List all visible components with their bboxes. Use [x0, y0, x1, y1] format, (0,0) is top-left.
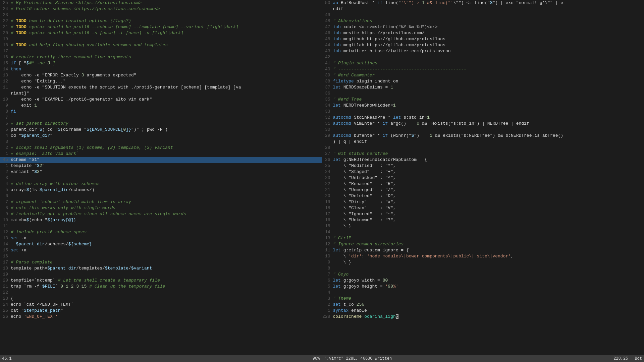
- line-content: let NERDSpaceDelims = 1: [333, 84, 644, 90]
- code-line: 10 echo -e "EXAMPLE ./prot16-generator a…: [0, 97, 322, 103]
- line-content: template="$2": [11, 163, 322, 169]
- line-number: 13: [322, 235, 333, 241]
- line-content: let g:goyo_height = '90%': [333, 284, 644, 290]
- left-status-position: 45,1: [2, 356, 313, 361]
- code-line: 6: [0, 193, 322, 199]
- code-line: riant]": [0, 90, 322, 97]
- line-content: \ "Modified" : "*",: [333, 163, 644, 169]
- line-number: 3: [0, 175, 11, 181]
- code-line: 12 echo "Exiting...": [0, 78, 322, 84]
- code-line: 3: [0, 175, 322, 181]
- line-content: variant="$3": [11, 169, 322, 175]
- line-number: 19: [322, 199, 333, 205]
- line-number: 19: [0, 272, 11, 278]
- line-content: tempfile=`mktemp` # Let the shell create…: [11, 278, 322, 284]
- left-pane: 25# By Protesilaos Stavrou <https://prot…: [0, 0, 322, 362]
- code-line: 14. $parent_dir/schemes/${scheme}: [0, 241, 322, 247]
- code-line: 20# TODO syntax should be prot16 -s [nam…: [0, 30, 322, 36]
- code-line: 5parent_dir=$( cd "$(dirname "${BASH_SOU…: [0, 127, 322, 133]
- line-number: 8: [322, 265, 333, 272]
- line-content: " --------------------------------------…: [333, 66, 644, 72]
- line-content: set +a: [11, 247, 322, 253]
- code-line: 14: [322, 229, 644, 235]
- line-number: 2: [322, 302, 333, 308]
- code-line: 19 \ "Dirty" : "x",: [322, 199, 644, 205]
- line-content: . $parent_dir/schemes/${scheme}: [11, 241, 322, 247]
- line-content: iab megithub https://github.com/protesil…: [333, 36, 644, 42]
- line-number: 34: [322, 103, 333, 109]
- line-content: # TODO syntax should be prot16 --scheme …: [11, 24, 322, 30]
- line-number: 24: [0, 6, 11, 12]
- line-content: then: [11, 66, 322, 72]
- line-content: \ "Dirty" : "x",: [333, 199, 644, 205]
- code-line: 38filetype plugin indent on: [322, 78, 644, 84]
- right-code-area[interactable]: 50au BufReadPost * if line("'\"") > 1 &&…: [322, 0, 644, 362]
- code-line: 20 \ "Deleted" : "D",: [322, 193, 644, 199]
- line-number: 32: [322, 115, 333, 121]
- line-number: 1: [0, 151, 11, 157]
- line-number: 4: [322, 290, 333, 296]
- line-number: 35: [322, 97, 333, 103]
- line-number: 45: [322, 36, 333, 42]
- right-status-bar: ".vimrc" 228L, 4663C written 228,25 Bot: [322, 355, 644, 362]
- code-line: 13set -a: [0, 235, 322, 241]
- line-number: 6: [0, 121, 11, 127]
- code-line: 20tempfile=`mktemp` # Let the shell crea…: [0, 278, 322, 284]
- code-line: 43iab metwitter https://twitter.com/prot…: [322, 48, 644, 54]
- code-line: 34let NERDTreeShowHidden=1: [322, 103, 644, 109]
- line-number: 22: [0, 290, 11, 296]
- right-status-file: ".vimrc" 228L, 4663C written: [324, 356, 614, 361]
- line-content: # TODO add help flag showing available s…: [11, 42, 322, 48]
- code-line: 4cd "$parent_dir": [0, 133, 322, 139]
- line-content: trap `rm -f $FILE` 0 1 2 3 15 # Clean up…: [11, 284, 322, 290]
- line-content: let g:NERDTreeIndicatorMapCustom = {: [333, 157, 644, 163]
- line-number: 17: [322, 211, 333, 217]
- line-number: 46: [322, 30, 333, 36]
- line-number: 12: [0, 78, 11, 84]
- line-content: set -a: [11, 235, 322, 241]
- code-line: 10match=$(echo "${array[@]}: [0, 217, 322, 223]
- line-content: # require exactly three command line arg…: [11, 54, 322, 60]
- line-number: 228: [322, 314, 333, 320]
- code-line: 18template_path=$parent_dir/templates/$t…: [0, 265, 322, 272]
- code-line: 17 \ "Ignored" : "~",: [322, 211, 644, 217]
- line-content: match=$(echo "${array[@]}: [11, 217, 322, 223]
- line-number: 10: [322, 253, 333, 259]
- code-line: 46iab mesite https://protesilaos.com/: [322, 30, 644, 36]
- line-number: 22: [322, 181, 333, 187]
- line-content: au BufReadPost * if line("'\"") > 1 && l…: [333, 0, 644, 6]
- line-number: 39: [322, 72, 333, 78]
- line-content: iab metwitter https://twitter.com/protst…: [333, 48, 644, 54]
- line-number: 30: [322, 127, 333, 133]
- line-number: 5: [0, 187, 11, 193]
- code-line: 24# Prot16 colour schemes <https://prote…: [0, 6, 322, 12]
- line-number: 31: [322, 121, 333, 127]
- line-content: let g:goyo_width = 80: [333, 278, 644, 284]
- line-content: \ }: [333, 223, 644, 229]
- left-code-area[interactable]: 25# By Protesilaos Stavrou <https://prot…: [0, 0, 322, 362]
- code-line: 31autocmd VimEnter * if argc() == 0 && !…: [322, 121, 644, 127]
- line-content: " Goyo: [333, 272, 644, 278]
- line-number: 7: [0, 199, 11, 205]
- line-content: " Theme: [333, 296, 644, 302]
- code-line: 12" Ignore common directories: [322, 241, 644, 247]
- line-content: \ "Staged" : "+",: [333, 169, 644, 175]
- line-number: 38: [322, 78, 333, 84]
- line-number: 3: [322, 296, 333, 302]
- code-line: 30: [322, 127, 644, 133]
- line-number: 48: [322, 18, 333, 24]
- code-line: 23: [0, 12, 322, 18]
- line-content: \ "Untracked" : "^",: [333, 175, 644, 181]
- line-content: # Prot16 colour schemes <https://protesi…: [11, 6, 322, 12]
- line-content: iab xdate <c-r>=strftime("%Y-%m-%d")<cr>: [333, 24, 644, 30]
- code-line: 33: [322, 109, 644, 115]
- line-number: 23: [322, 175, 333, 181]
- line-number: 16: [0, 54, 11, 60]
- line-number: 9: [0, 103, 11, 109]
- code-line: 1# example: `alto vim dark`: [0, 151, 322, 157]
- line-content: if [ "$#" -ne 3 ]: [11, 60, 322, 66]
- code-line: 10 \ 'dir': 'node_modules\|bower_compone…: [322, 253, 644, 259]
- code-line: 12# include prot16 scheme specs: [0, 229, 322, 235]
- line-number: 20: [322, 193, 333, 199]
- line-number: 9: [0, 211, 11, 217]
